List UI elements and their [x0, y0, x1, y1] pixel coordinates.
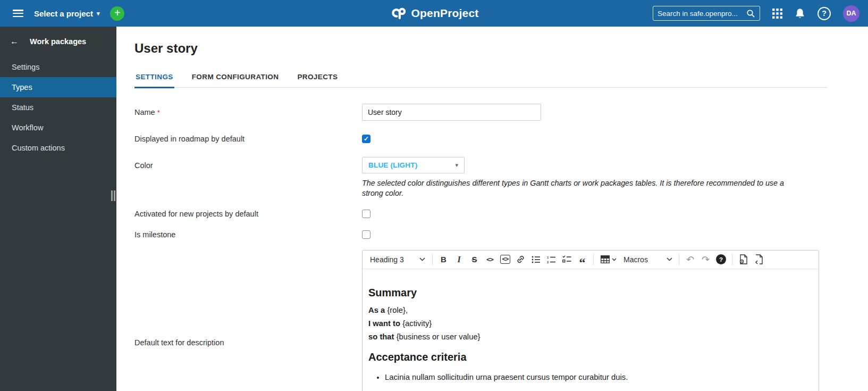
- admin-sidebar: ← Work packages Settings Types Status Wo…: [0, 27, 116, 391]
- activated-label: Activated for new projects by default: [134, 210, 362, 218]
- svg-text:1: 1: [547, 256, 549, 259]
- preview-button[interactable]: [736, 252, 751, 267]
- story-line: As a {role},: [368, 304, 813, 316]
- editor-toolbar: Heading 3 B I S <> <>: [363, 251, 819, 269]
- sidebar-item-settings[interactable]: Settings: [0, 57, 116, 77]
- notifications-bell-icon[interactable]: [795, 8, 805, 19]
- todo-list-button[interactable]: [559, 252, 575, 267]
- sidebar-item-types[interactable]: Types: [0, 77, 116, 97]
- sidebar-item-label: Types: [12, 83, 32, 91]
- plus-icon: +: [114, 7, 121, 19]
- tab-settings[interactable]: SETTINGS: [134, 67, 174, 88]
- type-settings-form: Name* Displayed in roadmap by default ✓ …: [134, 104, 868, 391]
- chevron-down-icon: [612, 258, 617, 261]
- sidebar-item-status[interactable]: Status: [0, 97, 116, 118]
- activated-checkbox[interactable]: [362, 210, 370, 218]
- color-select-value: BLUE (LIGHT): [368, 161, 417, 169]
- color-help-text: The selected color distinguishes differe…: [362, 178, 806, 199]
- topbar-left-group: Select a project ▾ +: [9, 6, 124, 21]
- roadmap-checkbox[interactable]: ✓: [362, 135, 370, 143]
- check-icon: ✓: [364, 135, 369, 143]
- main-content: User story SETTINGS FORM CONFIGURATION P…: [116, 27, 868, 391]
- sidebar-item-label: Custom actions: [12, 144, 65, 152]
- sidebar-title: Work packages: [30, 37, 86, 46]
- help-icon[interactable]: ?: [818, 7, 831, 20]
- search-icon[interactable]: [746, 9, 755, 18]
- description-label: Default text for description: [134, 338, 362, 347]
- link-button[interactable]: [513, 252, 528, 267]
- name-label: Name*: [134, 108, 362, 117]
- logo[interactable]: OpenProject: [389, 7, 478, 20]
- acceptance-criteria-list: Lacinia nullam sollicitudin urna praesen…: [368, 372, 813, 391]
- logo-text: OpenProject: [411, 7, 478, 20]
- sidebar-resize-handle[interactable]: [111, 190, 115, 201]
- strikethrough-button[interactable]: S: [467, 252, 482, 267]
- caret-down-icon: ▾: [97, 11, 100, 16]
- project-select-label: Select a project: [34, 9, 93, 18]
- story-line: so that {business or user value}: [368, 331, 813, 343]
- markdown-source-button[interactable]: [751, 252, 766, 267]
- macros-label: Macros: [623, 255, 648, 264]
- macros-dropdown[interactable]: Macros: [620, 251, 676, 269]
- numbered-list-button[interactable]: 12: [544, 252, 559, 267]
- inline-code-button[interactable]: <>: [482, 252, 498, 267]
- tab-projects[interactable]: PROJECTS: [296, 67, 339, 88]
- milestone-label: Is milestone: [134, 230, 362, 239]
- user-avatar[interactable]: DA: [843, 5, 859, 22]
- color-label: Color: [134, 161, 362, 170]
- sidebar-item-workflow[interactable]: Workflow: [0, 118, 116, 138]
- redo-button[interactable]: ↷: [698, 252, 713, 267]
- list-item: Libero maecenas orci arcu non molestie v…: [385, 389, 813, 391]
- caret-down-icon: ▾: [455, 162, 458, 169]
- page-title: User story: [134, 41, 868, 56]
- required-marker: *: [157, 109, 160, 117]
- tab-bar: SETTINGS FORM CONFIGURATION PROJECTS: [134, 67, 827, 88]
- milestone-checkbox[interactable]: [362, 230, 370, 239]
- italic-button[interactable]: I: [451, 252, 467, 267]
- heading-style-select[interactable]: Heading 3: [366, 251, 429, 269]
- search-input[interactable]: [658, 10, 746, 18]
- roadmap-label: Displayed in roadmap by default: [134, 135, 362, 143]
- editor-heading-acceptance: Acceptance criteria: [368, 351, 813, 363]
- block-quote-button[interactable]: “: [575, 252, 590, 267]
- list-item: Lacinia nullam sollicitudin urna praesen…: [385, 372, 813, 382]
- sidebar-header: ← Work packages: [0, 27, 116, 57]
- editor-heading-summary: Summary: [368, 287, 813, 299]
- chevron-down-icon: [419, 257, 425, 261]
- editor-content[interactable]: Summary As a {role}, I want to {activity…: [363, 269, 819, 391]
- editor-help-button[interactable]: ?: [713, 252, 729, 267]
- sidebar-item-label: Workflow: [12, 123, 43, 132]
- openproject-logo-icon: [389, 7, 406, 20]
- undo-button[interactable]: ↶: [682, 252, 698, 267]
- chevron-down-icon: [667, 257, 672, 261]
- name-field[interactable]: [362, 104, 541, 121]
- back-arrow-icon[interactable]: ←: [10, 37, 19, 46]
- topbar-right-group: ? DA: [653, 5, 859, 22]
- global-search[interactable]: [653, 6, 760, 21]
- insert-table-button[interactable]: [597, 252, 620, 267]
- top-bar: Select a project ▾ + OpenProject: [0, 0, 868, 27]
- question-mark: ?: [822, 9, 827, 18]
- bulleted-list-button[interactable]: [528, 252, 544, 267]
- sidebar-item-custom-actions[interactable]: Custom actions: [0, 138, 116, 158]
- svg-text:2: 2: [547, 261, 549, 264]
- tab-form-configuration[interactable]: FORM CONFIGURATION: [191, 67, 280, 88]
- sidebar-item-label: Settings: [12, 63, 39, 71]
- code-block-button[interactable]: <>: [498, 252, 513, 267]
- project-select-dropdown[interactable]: Select a project ▾: [34, 9, 99, 18]
- rich-text-editor: Heading 3 B I S <> <>: [362, 250, 819, 391]
- apps-grid-icon[interactable]: [772, 9, 782, 19]
- bold-button[interactable]: B: [436, 252, 451, 267]
- color-select[interactable]: BLUE (LIGHT) ▾: [362, 157, 465, 173]
- avatar-initials: DA: [846, 10, 856, 17]
- heading-style-value: Heading 3: [370, 255, 404, 264]
- hamburger-menu-icon[interactable]: [13, 10, 23, 17]
- story-line: I want to {activity}: [368, 318, 813, 329]
- add-project-button[interactable]: +: [110, 6, 124, 21]
- sidebar-item-label: Status: [12, 103, 33, 112]
